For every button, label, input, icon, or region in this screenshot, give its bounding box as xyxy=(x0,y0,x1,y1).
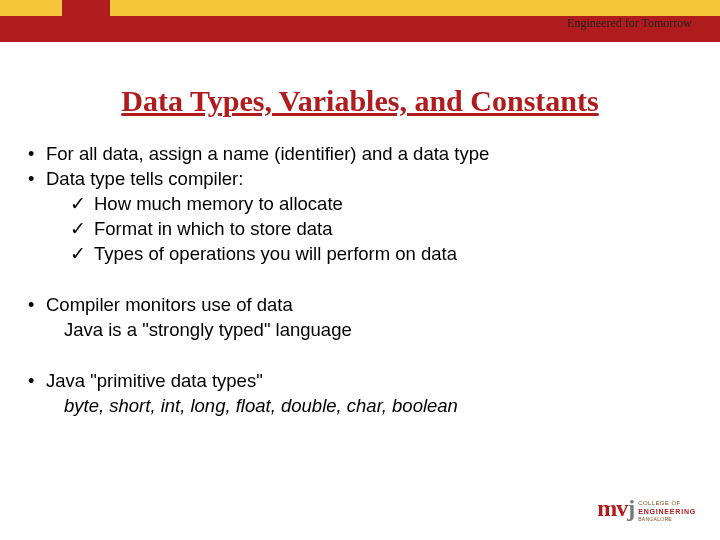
bullet-dot-icon: • xyxy=(28,369,46,393)
sub-bullet-item: ✓ Types of operations you will perform o… xyxy=(70,242,696,267)
check-icon: ✓ xyxy=(70,192,94,217)
bullet-item: • Data type tells compiler: xyxy=(28,167,696,192)
bullet-text: For all data, assign a name (identifier)… xyxy=(46,142,489,167)
check-icon: ✓ xyxy=(70,242,94,267)
bullet-text: Compiler monitors use of data xyxy=(46,293,293,318)
bullet-item: • Compiler monitors use of data xyxy=(28,293,696,318)
sub-bullet-text: Types of operations you will perform on … xyxy=(94,242,457,267)
slide-body: • For all data, assign a name (identifie… xyxy=(0,142,720,419)
sub-bullet-text: How much memory to allocate xyxy=(94,192,343,217)
logo-mark-icon: mvj xyxy=(597,498,634,518)
check-icon: ✓ xyxy=(70,217,94,242)
bullet-continuation-italic: byte, short, int, long, float, double, c… xyxy=(64,394,696,419)
sub-bullet-text: Format in which to store data xyxy=(94,217,333,242)
bullet-dot-icon: • xyxy=(28,293,46,317)
bullet-item: • Java "primitive data types" xyxy=(28,369,696,394)
logo-text: COLLEGE OF ENGINEERING BANGALORE xyxy=(638,500,696,522)
sub-bullet-item: ✓ Format in which to store data xyxy=(70,217,696,242)
logo-line2: ENGINEERING xyxy=(638,508,696,516)
bullet-text: Data type tells compiler: xyxy=(46,167,243,192)
bullet-dot-icon: • xyxy=(28,142,46,166)
bullet-text: Java "primitive data types" xyxy=(46,369,263,394)
bullet-item: • For all data, assign a name (identifie… xyxy=(28,142,696,167)
bullet-continuation: Java is a "strongly typed" language xyxy=(64,318,696,343)
header-red-notch xyxy=(62,0,110,38)
sub-bullet-item: ✓ How much memory to allocate xyxy=(70,192,696,217)
logo-line3: BANGALORE xyxy=(638,516,696,522)
slide-title: Data Types, Variables, and Constants xyxy=(0,84,720,118)
logo-line1: COLLEGE OF xyxy=(638,500,696,507)
college-logo: mvj COLLEGE OF ENGINEERING BANGALORE xyxy=(597,498,696,522)
bullet-dot-icon: • xyxy=(28,167,46,191)
tagline-text: Engineered for Tomorrow xyxy=(567,16,692,31)
